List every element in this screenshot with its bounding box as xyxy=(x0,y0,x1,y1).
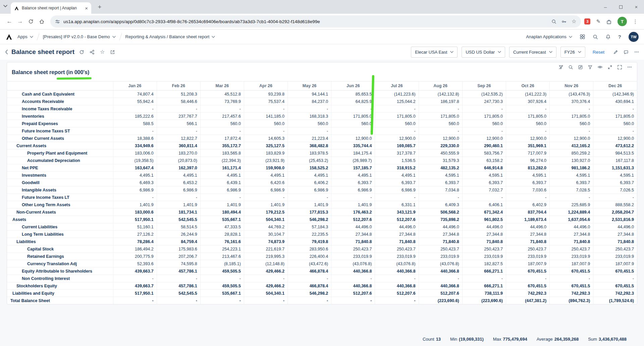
grid-cell[interactable]: - xyxy=(419,127,462,135)
grid-cell[interactable]: 473,612.2 xyxy=(593,142,637,150)
grid-cell[interactable]: (223,690.6) xyxy=(419,297,462,304)
grid-cell[interactable]: - xyxy=(331,105,375,113)
grid-cell[interactable]: 27,344.8 xyxy=(506,231,549,238)
grid-cell[interactable]: 225,685.9 xyxy=(550,201,593,209)
grid-cell[interactable]: 1,401.9 xyxy=(113,201,157,209)
grid-cell[interactable]: 28,828.1 xyxy=(200,231,244,238)
password-key-icon[interactable] xyxy=(561,19,567,24)
context-selector-currency[interactable]: USD US Dollar xyxy=(462,47,505,58)
pen-extension-icon[interactable]: ✎ xyxy=(596,18,600,24)
grid-cell[interactable]: - xyxy=(462,105,506,113)
grid-cell[interactable]: 250,423.7 xyxy=(550,245,593,253)
grid-cell[interactable]: 738,111.9 xyxy=(462,290,506,297)
grid-cell[interactable]: 186,197.8 xyxy=(419,98,462,105)
grid-cell[interactable]: 250,423.7 xyxy=(375,245,419,253)
grid-cell[interactable]: 1,637,054.6 xyxy=(550,216,593,223)
grid-cell[interactable]: 370,376.4 xyxy=(550,98,593,105)
grid-cell[interactable]: 71,840.8 xyxy=(331,238,375,245)
grid-cell[interactable]: 6,986.9 xyxy=(113,186,157,194)
grid-cell[interactable]: 670,451.5 xyxy=(550,282,593,290)
grid-cell[interactable]: 6,439.1 xyxy=(200,179,244,186)
grid-cell[interactable]: 850,259.2 xyxy=(550,150,593,157)
grid-cell[interactable]: 233,019.9 xyxy=(419,253,462,260)
grid-cell[interactable]: 44,769.2 xyxy=(244,223,287,231)
grid-cell[interactable]: 26,244.9 xyxy=(157,231,200,238)
grid-cell[interactable]: 171,805.0 xyxy=(331,113,375,120)
url-bar[interactable]: us1a.app.anaplan.com/a/apps/app/0d80c7c3… xyxy=(50,15,581,27)
grid-cell[interactable]: - xyxy=(157,127,200,135)
grid-cell[interactable]: - xyxy=(550,194,593,201)
grid-cell[interactable]: (141,223.6) xyxy=(375,91,419,98)
grid-cell[interactable]: 560.0 xyxy=(375,120,419,127)
grid-cell[interactable]: - xyxy=(113,297,157,304)
row-label[interactable]: Future Income Taxes LT xyxy=(7,194,113,201)
grid-cell[interactable]: - xyxy=(462,127,506,135)
grid-cell[interactable]: 440,366.8 xyxy=(375,268,419,275)
grid-cell[interactable]: - xyxy=(244,275,287,282)
forward-button[interactable]: → xyxy=(15,16,25,27)
grid-cell[interactable]: (143,476.3) xyxy=(550,91,593,98)
grid-cell[interactable]: - xyxy=(593,275,637,282)
open-in-new-icon[interactable] xyxy=(110,50,115,55)
board-selector[interactable]: Reporting & Analysis / Balance sheet rep… xyxy=(125,34,215,39)
grid-cell[interactable]: 130,927.0 xyxy=(550,157,593,164)
anaplan-logo[interactable] xyxy=(5,33,13,41)
grid-cell[interactable]: 17,872.4 xyxy=(200,135,244,142)
grid-cell[interactable]: 183,565.8 xyxy=(200,150,244,157)
grid-cell[interactable]: 179,212.5 xyxy=(244,209,287,216)
expand-icon[interactable] xyxy=(607,65,612,70)
grid-cell[interactable]: 560.0 xyxy=(244,120,287,127)
column-header[interactable]: Jun 26 xyxy=(331,81,375,91)
grid-cell[interactable]: 7,034.8 xyxy=(419,186,462,194)
grid-cell[interactable]: 167,117.8 xyxy=(593,157,637,164)
minimize-button[interactable]: – xyxy=(598,0,613,14)
grid-cell[interactable]: 217,457.6 xyxy=(200,113,244,120)
row-label[interactable]: Cash and Cash Equivalent xyxy=(7,91,113,98)
grid-cell[interactable]: - xyxy=(113,275,157,282)
grid-cell[interactable]: 318,915.2 xyxy=(375,164,419,172)
grid-cell[interactable]: 457,786.1 xyxy=(157,268,200,275)
grid-cell[interactable]: - xyxy=(113,194,157,201)
row-label[interactable]: Income Taxes Receivable xyxy=(7,105,113,113)
grid-cell[interactable]: 560.0 xyxy=(550,120,593,127)
grid-cell[interactable]: 183,978.5 xyxy=(288,150,331,157)
grid-cell[interactable]: 12,900.0 xyxy=(506,135,549,142)
grid-cell[interactable]: 247,730.3 xyxy=(462,98,506,105)
card-more-icon[interactable] xyxy=(627,64,632,70)
grid-cell[interactable]: 27,344.8 xyxy=(331,231,375,238)
grid-cell[interactable]: 75,537.4 xyxy=(244,98,287,105)
grid-cell[interactable]: 254,223.1 xyxy=(200,245,244,253)
browser-menu-icon[interactable]: ⋮ xyxy=(633,18,638,25)
column-header[interactable]: Oct 26 xyxy=(506,81,549,91)
grid-cell[interactable]: 52,393.6 xyxy=(113,260,157,268)
grid-cell[interactable]: 517,950.1 xyxy=(113,290,157,297)
row-label[interactable]: Property Plant and Equipment xyxy=(7,150,113,157)
grid-cell[interactable]: 459,505.5 xyxy=(200,268,244,275)
grid-cell[interactable]: 4,495.1 xyxy=(157,172,200,179)
grid-cell[interactable]: - xyxy=(157,297,200,304)
grid-cell[interactable]: 440,366.8 xyxy=(331,282,375,290)
row-label[interactable]: Intangible Assets xyxy=(7,186,113,194)
grid-cell[interactable]: 22,235.5 xyxy=(288,231,331,238)
grid-cell[interactable]: 4,495.1 xyxy=(113,172,157,179)
grid-cell[interactable]: 560.0 xyxy=(506,120,549,127)
grid-cell[interactable]: 646,914.8 xyxy=(462,164,506,172)
grid-cell[interactable]: 4,595.1 xyxy=(462,172,506,179)
grid-cell[interactable]: (43,076.8) xyxy=(331,260,375,268)
grid-cell[interactable]: 169,085.7 xyxy=(375,142,419,150)
grid-cell[interactable]: 566.1 xyxy=(157,120,200,127)
grid-cell[interactable]: 412,165.2 xyxy=(550,142,593,150)
column-header[interactable]: Aug 26 xyxy=(419,81,462,91)
grid-cell[interactable]: 73,769.9 xyxy=(200,98,244,105)
grid-cell[interactable]: - xyxy=(200,275,244,282)
grid-cell[interactable]: 4,595.1 xyxy=(506,172,549,179)
grid-cell[interactable]: 12,900.0 xyxy=(375,135,419,142)
grid-cell[interactable]: 440,366.8 xyxy=(419,282,462,290)
grid-cell[interactable]: 560.0 xyxy=(462,120,506,127)
grid-cell[interactable]: 71,840.8 xyxy=(419,238,462,245)
grid-cell[interactable]: 351,969.1 xyxy=(506,142,549,150)
grid-cell[interactable]: - xyxy=(506,127,549,135)
grid-cell[interactable]: 666,271.1 xyxy=(462,282,506,290)
grid-cell[interactable]: (8,185.1) xyxy=(200,260,244,268)
grid-cell[interactable]: 355,172.7 xyxy=(200,142,244,150)
